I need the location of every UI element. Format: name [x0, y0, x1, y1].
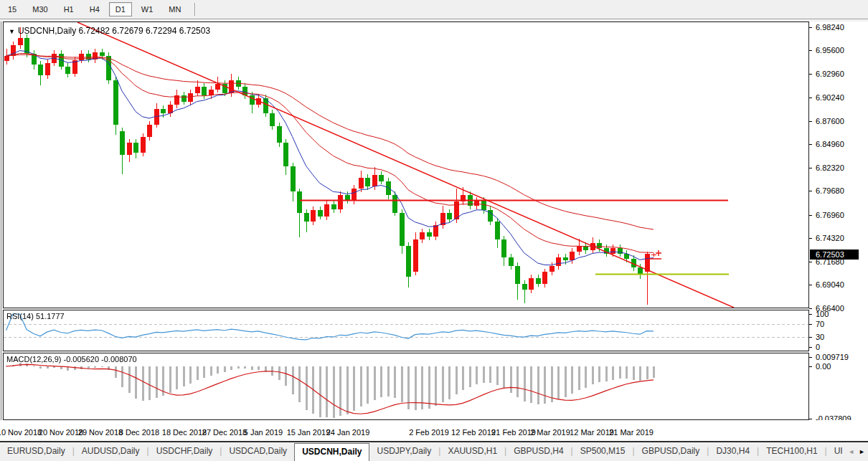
rsi-axis-label: 30 — [816, 333, 824, 341]
mt4-window: 15M30H1H4D1W1MN ▼USDCNH,Daily 6.72482 6.… — [0, 0, 868, 461]
price-axis-label-tick — [809, 308, 812, 309]
macd-axis-label-tick — [809, 357, 812, 358]
rsi-axis-label: 0 — [816, 343, 820, 351]
price-axis-label-tick — [809, 74, 812, 75]
rsi-axis-label: 70 — [816, 320, 824, 328]
macd-axis-label: 0.00 — [816, 362, 831, 371]
rsi-axis-label-tick — [809, 337, 812, 338]
timeframe-button-m30[interactable]: M30 — [26, 2, 54, 16]
rsi-axis-label: 100 — [816, 310, 829, 318]
right-axis-column: 6.982406.956006.929606.902406.876006.849… — [809, 22, 868, 420]
date-axis-label: 27 Dec 2018 — [202, 428, 247, 437]
rsi-axis-label-tick — [809, 324, 812, 325]
timeframe-toolbar: 15M30H1H4D1W1MN — [0, 0, 868, 19]
date-axis-label: 15 Jan 2019 — [287, 428, 331, 437]
date-axis-label: 10 Nov 2018 — [0, 428, 42, 437]
chart-tab-ui[interactable]: UI — [827, 442, 850, 461]
price-axis-label-tick — [809, 121, 812, 122]
price-axis-label: 6.90240 — [816, 93, 844, 102]
price-axis-label-tick — [809, 98, 812, 98]
price-axis-label: 6.95600 — [816, 46, 844, 54]
chart-tab-gbpusd-h4[interactable]: GBPUSD,H4 — [506, 442, 570, 461]
price-axis-label-tick — [809, 50, 812, 51]
timeframe-button-15[interactable]: 15 — [1, 2, 23, 16]
timeframe-button-mn[interactable]: MN — [162, 2, 187, 16]
tab-scroll-arrows: ◄ ► — [848, 442, 865, 461]
rsi-label: RSI(14) 51.1777 — [6, 312, 65, 320]
tab-scroll-right-icon[interactable]: ► — [859, 448, 865, 455]
chart-tab-usdcnh-daily[interactable]: USDCNH,Daily — [294, 443, 369, 461]
date-axis-label: 8 Dec 2018 — [119, 428, 159, 437]
date-axis-label: 20 Nov 2018 — [39, 428, 83, 437]
candlestick-chart-canvas[interactable] — [4, 22, 808, 308]
macd-label: MACD(12,26,9) -0.005620 -0.008070 — [6, 355, 137, 363]
macd-axis-label-tick — [809, 419, 812, 419]
price-axis-label: 6.98240 — [816, 23, 844, 32]
date-axis-label: 21 Mar 2019 — [609, 428, 654, 437]
date-axis-label: 12 Feb 2019 — [451, 428, 496, 437]
price-axis-label-tick — [809, 27, 812, 28]
window-left-edge — [1, 22, 1, 442]
price-axis-label: 6.79680 — [816, 186, 844, 195]
price-chart-pane[interactable] — [3, 22, 809, 308]
price-axis-label: 6.84960 — [816, 140, 844, 148]
chart-title: ▼USDCNH,Daily 6.72482 6.72679 6.72294 6.… — [9, 26, 210, 36]
rsi-chart-canvas[interactable] — [4, 310, 808, 351]
timeframe-button-h4[interactable]: H4 — [83, 2, 106, 16]
date-axis-label: 18 Dec 2018 — [162, 428, 207, 437]
tab-scroll-left-icon[interactable]: ◄ — [848, 448, 854, 455]
date-axis-label: 2 Mar 2019 — [530, 428, 570, 437]
macd-axis-label-tick — [809, 366, 812, 367]
macd-axis-label: 0.009719 — [816, 353, 849, 361]
rsi-axis-label-tick — [809, 314, 812, 315]
price-axis-label-tick — [809, 144, 812, 145]
chart-tab-usdjpy-daily[interactable]: USDJPY,Daily — [369, 442, 438, 461]
date-axis-label: 24 Jan 2019 — [326, 428, 370, 437]
date-axis-label: 2 Feb 2019 — [409, 428, 449, 437]
price-axis-label-tick — [809, 262, 812, 262]
price-axis-label: 6.76960 — [816, 211, 844, 219]
price-axis-label-tick — [809, 168, 812, 168]
date-axis-label: 12 Mar 2019 — [570, 428, 614, 437]
price-axis-label: 6.74320 — [816, 234, 844, 242]
chart-symbol-label: USDCNH,Daily — [18, 26, 76, 36]
date-axis-label: 21 Feb 2019 — [491, 428, 536, 437]
chart-tab-usdchf-daily[interactable]: USDCHF,Daily — [149, 442, 220, 461]
chart-tab-sp500-m15[interactable]: SP500,M15 — [573, 442, 633, 461]
symbol-dropdown-icon[interactable]: ▼ — [9, 28, 15, 35]
chart-tab-bar: EURUSD,Daily|AUDUSD,Daily|USDCHF,Daily|U… — [0, 442, 868, 461]
price-axis-label-tick — [809, 285, 812, 285]
rsi-indicator-pane[interactable] — [3, 310, 809, 351]
price-axis-label: 6.92960 — [816, 70, 844, 78]
price-axis-label-tick — [809, 238, 812, 239]
chart-tab-xauusd-h1[interactable]: XAUUSD,H1 — [440, 442, 504, 461]
chart-tab-eurusd-daily[interactable]: EURUSD,Daily — [0, 442, 72, 461]
date-axis-label: 29 Nov 2018 — [78, 428, 123, 437]
chart-tab-dj30-h4[interactable]: DJ30,H4 — [709, 442, 757, 461]
current-price-badge: 6.72503 — [810, 249, 859, 260]
chart-tab-usdcad-daily[interactable]: USDCAD,Daily — [222, 442, 294, 461]
price-axis-label: 6.87600 — [816, 117, 844, 125]
price-axis-label: 6.82320 — [816, 163, 844, 172]
rsi-axis-label-tick — [809, 347, 812, 348]
price-axis-label-tick — [809, 215, 812, 216]
timeframe-button-d1[interactable]: D1 — [109, 2, 132, 16]
chart-quote-values: 6.72482 6.72679 6.72294 6.72503 — [79, 26, 211, 36]
chart-tab-audusd-daily[interactable]: AUDUSD,Daily — [75, 442, 147, 461]
price-axis-label: 6.69040 — [816, 280, 844, 289]
date-axis-label: 5 Jan 2019 — [244, 428, 283, 437]
timeframe-button-h1[interactable]: H1 — [57, 2, 80, 16]
timeframe-button-w1[interactable]: W1 — [135, 2, 160, 16]
date-axis: 10 Nov 201820 Nov 201829 Nov 20188 Dec 2… — [0, 420, 868, 442]
chart-tab-gbpusd-daily[interactable]: GBPUSD,Daily — [635, 442, 707, 461]
toolbar-separator — [194, 3, 196, 16]
price-axis-label-tick — [809, 191, 812, 191]
chart-tab-tech100-h1[interactable]: TECH100,H1 — [759, 442, 824, 461]
